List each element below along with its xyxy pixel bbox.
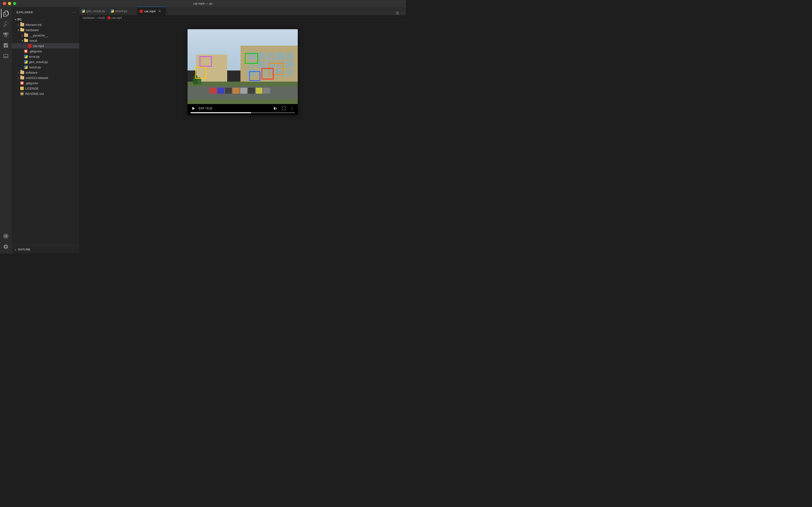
breadcrumb-result[interactable]: result xyxy=(98,16,105,19)
video-parked-cars xyxy=(209,88,270,94)
folder-icon-result xyxy=(24,39,28,42)
tab-close-car[interactable]: ✕ xyxy=(158,9,162,13)
mp4-icon-car xyxy=(28,44,32,48)
controls-row: 0:07 / 0:12 xyxy=(191,106,295,111)
search-icon-activity[interactable] xyxy=(1,19,11,29)
py-icon-tab-result xyxy=(111,9,114,12)
tree-item-pycache[interactable]: __pycache__ xyxy=(12,33,79,38)
settings-icon[interactable] xyxy=(1,242,11,251)
tree-item-result-py[interactable]: result.py xyxy=(12,64,79,70)
remote-explorer-icon[interactable] xyxy=(1,51,11,61)
fullscreen-button[interactable] xyxy=(281,106,287,111)
tree-item-software[interactable]: software xyxy=(12,70,79,75)
readme-label: README.md xyxy=(25,92,44,96)
source-control-icon[interactable] xyxy=(1,30,11,40)
bbox-yellow xyxy=(195,67,206,79)
progress-bar-fill xyxy=(191,112,251,113)
tree-item-error-py[interactable]: error.py xyxy=(12,54,79,59)
video-controls: 0:07 / 0:12 xyxy=(188,104,298,115)
sidebar-header: EXPLORER ··· xyxy=(12,7,79,17)
bbox-blue xyxy=(249,71,260,81)
explorer-icon[interactable] xyxy=(1,9,11,18)
outline-label: OUTLINE xyxy=(18,248,31,251)
tree-item-gen-result-py[interactable]: gen_result.py xyxy=(12,59,79,64)
gitignore-root-label: .gitignore xyxy=(25,81,38,85)
minimize-dot[interactable] xyxy=(8,2,11,5)
result-folder-label: result xyxy=(30,39,37,43)
tree-item-readme[interactable]: MD README.md xyxy=(12,91,79,96)
time-current: 0:07 xyxy=(199,107,204,110)
py-icon-tab-gen xyxy=(82,9,85,12)
outline-section[interactable]: OUTLINE xyxy=(12,247,79,252)
sidebar-bottom: OUTLINE xyxy=(12,245,79,253)
bbox-purple xyxy=(200,56,212,67)
sidebar-more-button[interactable]: ··· xyxy=(72,9,77,15)
folder-icon-vot xyxy=(20,76,24,79)
video-frame xyxy=(188,29,298,104)
window-title: car.mp4 — pc xyxy=(193,2,213,5)
blkmem-label: blkmem-init xyxy=(26,23,42,26)
gen-result-py-label: gen_result.py xyxy=(29,60,48,64)
explorer-title: EXPLORER xyxy=(16,11,33,14)
tree-item-license[interactable]: 🔑 LICENSE xyxy=(12,86,79,91)
car-mp4-label: car.mp4 xyxy=(33,44,44,48)
gitignore-hw-label: .gitignore xyxy=(29,50,42,53)
error-py-label: error.py xyxy=(29,55,40,58)
app-container: EXPLORER ··· PC blkmem-init hardware xyxy=(0,7,406,253)
volume-button[interactable] xyxy=(272,106,278,111)
py-icon-error xyxy=(24,55,28,58)
git-icon-root xyxy=(20,81,24,85)
result-py-label: result.py xyxy=(29,65,41,69)
tab-gen-result[interactable]: gen_result.py xyxy=(79,7,108,15)
py-icon-gen xyxy=(24,60,28,63)
time-display: 0:07 / 0:12 xyxy=(199,107,212,110)
git-icon-hw xyxy=(24,50,28,53)
expand-software-arrow xyxy=(16,70,20,74)
pc-label: PC xyxy=(17,18,22,21)
time-total: 0:12 xyxy=(207,107,212,110)
activity-bar-bottom xyxy=(1,231,11,253)
maximize-dot[interactable] xyxy=(13,2,16,5)
tree-item-blkmem[interactable]: blkmem-init xyxy=(12,22,79,27)
extensions-icon[interactable] xyxy=(1,41,11,50)
window-controls xyxy=(3,2,16,5)
tree-item-car-mp4[interactable]: car.mp4 xyxy=(12,43,79,49)
license-icon: 🔑 xyxy=(20,87,24,90)
timeline-icon[interactable] xyxy=(1,231,11,241)
tree-item-gitignore-root[interactable]: .gitignore xyxy=(12,80,79,86)
vot-label: vot2013-dataset xyxy=(26,76,48,80)
activity-bar-top xyxy=(1,9,11,61)
file-tree: PC blkmem-init hardware __pycache__ xyxy=(12,17,79,245)
expand-blkmem-arrow xyxy=(16,23,20,26)
titlebar: car.mp4 — pc xyxy=(0,0,406,7)
progress-bar[interactable] xyxy=(191,112,295,113)
sidebar-header-actions: ··· xyxy=(72,9,77,15)
split-editor-button[interactable]: ⊞ xyxy=(396,11,399,15)
license-label: LICENSE xyxy=(25,87,39,90)
tab-gen-label: gen_result.py xyxy=(86,9,105,13)
breadcrumb-hardware[interactable]: hardware xyxy=(83,16,95,19)
activity-bar xyxy=(0,7,12,253)
tree-item-hardware[interactable]: hardware xyxy=(12,27,79,33)
tab-bar-more-button[interactable]: ··· xyxy=(401,11,404,15)
tab-result[interactable]: result.py xyxy=(108,7,137,15)
breadcrumb-sep-2: › xyxy=(106,16,107,19)
breadcrumb-mp4-icon xyxy=(108,16,110,19)
tab-car-label: car.mp4 xyxy=(144,9,155,13)
tab-bar: gen_result.py result.py car.mp4 ✕ ⊞ ··· xyxy=(79,7,406,15)
tree-root-pc[interactable]: PC xyxy=(12,17,79,22)
close-dot[interactable] xyxy=(3,2,6,5)
tab-car-mp4[interactable]: car.mp4 ✕ xyxy=(137,7,166,15)
expand-result-arrow xyxy=(20,39,24,43)
sidebar: EXPLORER ··· PC blkmem-init hardware xyxy=(12,7,79,253)
breadcrumb: hardware › result › car.mp4 xyxy=(79,15,406,20)
play-button[interactable] xyxy=(191,106,196,111)
expand-outline-arrow xyxy=(13,247,17,251)
software-label: software xyxy=(26,71,38,74)
tree-item-vot[interactable]: vot2013-dataset xyxy=(12,75,79,80)
breadcrumb-car[interactable]: car.mp4 xyxy=(111,16,122,19)
tree-item-gitignore-hw[interactable]: .gitignore xyxy=(12,49,79,54)
hardware-label: hardware xyxy=(26,28,39,32)
tree-item-result-folder[interactable]: result xyxy=(12,38,79,43)
video-more-button[interactable]: ⋮ xyxy=(289,106,295,111)
